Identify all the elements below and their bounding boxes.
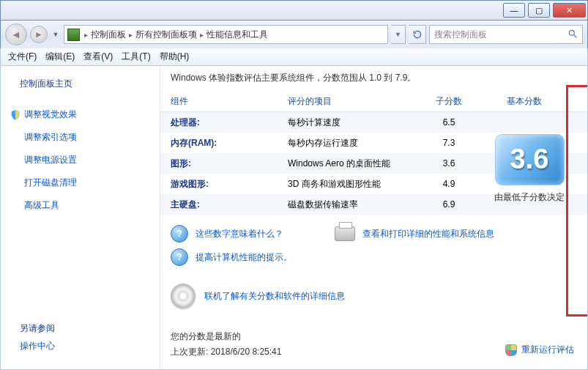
cell-description: 磁盘数据传输速率: [288, 199, 427, 211]
nav-back-button[interactable]: ◄: [5, 23, 27, 45]
link-what-numbers-mean[interactable]: 这些数字意味着什么？: [196, 228, 283, 240]
col-description: 评分的项目: [288, 95, 427, 108]
sidebar-item-indexing[interactable]: 调整索引选项: [24, 131, 151, 144]
cell-subscore: 7.3: [427, 138, 471, 148]
link-performance-tips[interactable]: 提高计算机性能的提示。: [196, 251, 292, 264]
base-score-value: 3.6: [510, 144, 549, 175]
cell-component: 主硬盘:: [171, 199, 288, 211]
menu-bar: 文件(F) 编辑(E) 查看(V) 工具(T) 帮助(H): [0, 48, 588, 66]
status-updated-label: 上次更新:: [171, 347, 208, 357]
learn-row: 联机了解有关分数和软件的详细信息: [160, 270, 587, 322]
disc-icon: [171, 284, 196, 308]
link-view-print-details[interactable]: 查看和打印详细的性能和系统信息: [362, 228, 494, 240]
cell-subscore: 3.6: [427, 158, 471, 169]
intro-text: Windows 体验指数评估主要系统组件，分数范围从 1.0 到 7.9。: [160, 66, 587, 92]
cell-description: Windows Aero 的桌面性能: [288, 158, 427, 170]
search-placeholder: 搜索控制面板: [434, 29, 487, 41]
search-icon: [567, 29, 578, 41]
cell-description: 3D 商务和游戏图形性能: [288, 178, 427, 190]
reassess-label: 重新运行评估: [521, 344, 574, 356]
link-learn-online[interactable]: 联机了解有关分数和软件的详细信息: [204, 290, 345, 303]
sidebar-item-visual-effects[interactable]: 调整视觉效果: [24, 108, 77, 121]
main-panel: Windows 体验指数评估主要系统组件，分数范围从 1.0 到 7.9。 组件…: [160, 66, 587, 369]
sidebar-item-disk-cleanup[interactable]: 打开磁盘清理: [24, 177, 151, 189]
refresh-icon: [412, 29, 423, 40]
help-row-1: ? 这些数字意味着什么？ 查看和打印详细的性能和系统信息: [160, 215, 587, 247]
col-basescore: 基本分数: [471, 95, 577, 108]
menu-file[interactable]: 文件(F): [8, 51, 37, 63]
cell-component: 处理器:: [171, 116, 288, 129]
sidebar-item-power[interactable]: 调整电源设置: [24, 154, 151, 166]
content-area: 控制面板主页 调整视觉效果 调整索引选项 调整电源设置 打开磁盘清理 高级工具 …: [0, 66, 588, 370]
chevron-right-icon: ▸: [83, 31, 89, 39]
sidebar-home-link[interactable]: 控制面板主页: [20, 78, 151, 90]
cell-component: 内存(RAM):: [171, 137, 288, 149]
cell-component: 游戏图形:: [171, 178, 288, 190]
nav-forward-button[interactable]: ►: [30, 26, 48, 43]
breadcrumb-seg-3[interactable]: 性能信息和工具: [205, 29, 269, 41]
cell-subscore: 6.5: [427, 117, 471, 127]
sidebar-item-advanced-tools[interactable]: 高级工具: [24, 199, 151, 212]
menu-help[interactable]: 帮助(H): [160, 51, 190, 63]
col-subscore: 子分数: [427, 95, 471, 108]
cell-subscore: 4.9: [427, 179, 471, 189]
shield-icon: [505, 344, 517, 356]
status-fresh: 您的分数是最新的: [171, 330, 577, 343]
table-header: 组件 评分的项目 子分数 基本分数: [160, 92, 587, 112]
cell-subscore: 6.9: [427, 199, 471, 210]
svg-point-0: [569, 30, 574, 35]
window-titlebar: — ▢ ✕: [0, 0, 588, 21]
status-updated-value: 2018/6/20 8:25:41: [211, 347, 282, 357]
menu-tools[interactable]: 工具(T): [122, 51, 150, 63]
col-component: 组件: [171, 95, 288, 108]
refresh-button[interactable]: [409, 25, 426, 44]
close-button[interactable]: ✕: [553, 3, 586, 18]
address-bar: ◄ ► ▼ ▸ 控制面板 ▸ 所有控制面板项 ▸ 性能信息和工具 ▼ 搜索控制面…: [0, 21, 588, 48]
search-input[interactable]: 搜索控制面板: [429, 25, 583, 44]
chevron-right-icon: ▸: [127, 31, 134, 39]
help-icon: ?: [171, 225, 188, 243]
base-score-box: 3.6 由最低子分数决定: [480, 125, 578, 212]
maximize-button[interactable]: ▢: [528, 3, 550, 18]
base-score-caption: 由最低子分数决定: [494, 191, 565, 203]
breadcrumb-seg-1[interactable]: 控制面板: [89, 29, 127, 41]
address-dropdown-button[interactable]: ▼: [391, 25, 406, 44]
reassess-link[interactable]: 重新运行评估: [505, 344, 574, 356]
menu-edit[interactable]: 编辑(E): [45, 51, 75, 63]
help-row-2: ? 提高计算机性能的提示。: [160, 247, 587, 270]
cell-description: 每秒内存运行速度: [288, 137, 427, 149]
see-also-header: 另请参阅: [20, 322, 151, 335]
sidebar: 控制面板主页 调整视觉效果 调整索引选项 调整电源设置 打开磁盘清理 高级工具 …: [1, 66, 160, 369]
breadcrumb[interactable]: ▸ 控制面板 ▸ 所有控制面板项 ▸ 性能信息和工具: [64, 25, 388, 44]
cell-component: 图形:: [171, 158, 288, 170]
shield-icon: [10, 109, 21, 121]
svg-line-1: [574, 34, 577, 37]
base-score-badge: 3.6: [495, 134, 565, 185]
nav-history-dropdown[interactable]: ▼: [51, 24, 61, 45]
help-icon: ?: [171, 248, 188, 266]
breadcrumb-seg-2[interactable]: 所有控制面板项: [134, 29, 198, 41]
minimize-button[interactable]: —: [503, 3, 525, 18]
chevron-right-icon: ▸: [198, 31, 205, 39]
printer-icon: [335, 226, 355, 241]
menu-view[interactable]: 查看(V): [83, 51, 113, 63]
control-panel-icon: [67, 29, 80, 41]
cell-description: 每秒计算速度: [288, 116, 427, 129]
sidebar-link-action-center[interactable]: 操作中心: [20, 340, 151, 352]
